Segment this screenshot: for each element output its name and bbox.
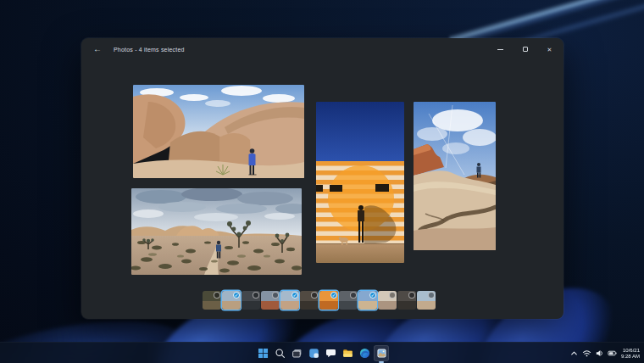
select-circle-icon[interactable] [408, 292, 415, 299]
tray-battery-button[interactable] [608, 345, 617, 361]
chevron-up-icon [569, 349, 579, 358]
battery-icon [608, 349, 617, 358]
minimize-icon [497, 49, 503, 50]
taskbar-clock[interactable]: 10/6/21 9:28 AM [620, 348, 641, 360]
window-title: Photos - 4 items selected [114, 47, 185, 53]
task-view-icon [291, 348, 303, 359]
photo-orange-mural-wall[interactable] [316, 102, 404, 263]
widgets-icon [308, 348, 319, 359]
close-icon: ✕ [547, 47, 552, 53]
tray-volume-button[interactable] [595, 345, 604, 361]
filmstrip: ✓✓✓✓ [203, 289, 436, 311]
orange-mural-image [316, 102, 404, 263]
taskbar: 10/6/21 9:28 AM [0, 342, 644, 363]
filmstrip-thumbnail-orange-mural[interactable]: ✓ [319, 291, 338, 310]
select-circle-icon[interactable] [272, 292, 279, 299]
start-icon [258, 348, 269, 359]
tray-icons [569, 345, 617, 361]
close-button[interactable]: ✕ [537, 38, 562, 60]
volume-icon [595, 349, 604, 358]
taskbar-photos-button[interactable] [374, 345, 389, 361]
taskbar-file-explorer-button[interactable] [340, 345, 355, 361]
filmstrip-thumbnail-sandstone-wash[interactable]: ✓ [358, 291, 377, 310]
chat-icon [325, 348, 336, 359]
titlebar[interactable]: ← Photos - 4 items selected ✕ [81, 38, 564, 60]
taskbar-widgets-button[interactable] [306, 345, 321, 361]
select-circle-icon[interactable] [350, 292, 357, 299]
taskbar-edge-button[interactable] [357, 345, 372, 361]
filmstrip-thumbnail-grey-rock[interactable] [339, 291, 358, 310]
filmstrip-thumbnail-red-rock-desert[interactable] [261, 291, 280, 310]
tray-wifi-button[interactable] [582, 345, 591, 361]
select-circle-icon[interactable] [311, 292, 318, 299]
taskbar-search-button[interactable] [272, 345, 287, 361]
photo-rock-formation-hiker[interactable] [133, 85, 304, 178]
maximize-button[interactable] [513, 38, 537, 60]
edge-icon [359, 348, 370, 359]
select-circle-icon[interactable] [389, 292, 396, 299]
select-circle-icon[interactable] [253, 292, 259, 299]
wifi-icon [582, 349, 591, 358]
file-explorer-icon [342, 348, 353, 359]
back-button[interactable]: ← [87, 41, 108, 58]
select-circle-icon[interactable] [428, 292, 435, 299]
filmstrip-thumbnail-dark-grey-rock[interactable] [242, 291, 260, 310]
rock-formation-image [133, 85, 304, 178]
minimize-button[interactable] [488, 38, 513, 60]
system-tray: 10/6/21 9:28 AM [569, 343, 641, 363]
selected-checkmark-icon[interactable]: ✓ [330, 292, 337, 299]
joshua-desert-image [131, 188, 302, 275]
selected-checkmark-icon[interactable]: ✓ [369, 292, 376, 299]
photo-sandstone-wash-hiker[interactable] [414, 102, 496, 250]
window-controls: ✕ [488, 38, 562, 60]
filmstrip-thumbnail-joshua-tree-desert[interactable]: ✓ [280, 291, 299, 310]
selected-checkmark-icon[interactable]: ✓ [291, 292, 298, 299]
taskbar-center [255, 343, 389, 363]
photos-icon [376, 348, 387, 359]
filmstrip-thumbnail-light-sand[interactable] [378, 291, 397, 310]
taskbar-task-view-button[interactable] [289, 345, 304, 361]
photos-app-window: ← Photos - 4 items selected ✕ [81, 38, 564, 319]
tray-chevron-up-button[interactable] [569, 345, 579, 361]
filmstrip-thumbnail-dark-rock[interactable] [397, 291, 416, 310]
taskbar-chat-button[interactable] [323, 345, 338, 361]
desktop: ← Photos - 4 items selected ✕ [0, 0, 644, 363]
search-icon [275, 348, 286, 359]
filmstrip-thumbnail-rock-formation[interactable]: ✓ [222, 291, 241, 310]
tray-time: 9:28 AM [621, 354, 640, 360]
select-circle-icon[interactable] [214, 292, 220, 299]
filmstrip-thumbnail-dark-brown-rock[interactable] [300, 291, 319, 310]
taskbar-start-button[interactable] [255, 345, 270, 361]
tray-date: 10/6/21 [621, 348, 640, 354]
maximize-icon [523, 47, 528, 52]
sandstone-wash-image [414, 102, 496, 250]
filmstrip-thumbnail-dark-foliage[interactable] [203, 291, 221, 310]
selected-checkmark-icon[interactable]: ✓ [233, 292, 240, 299]
filmstrip-thumbnail-sky-and-sand[interactable] [417, 291, 436, 310]
photo-joshua-tree-desert[interactable] [131, 188, 302, 275]
